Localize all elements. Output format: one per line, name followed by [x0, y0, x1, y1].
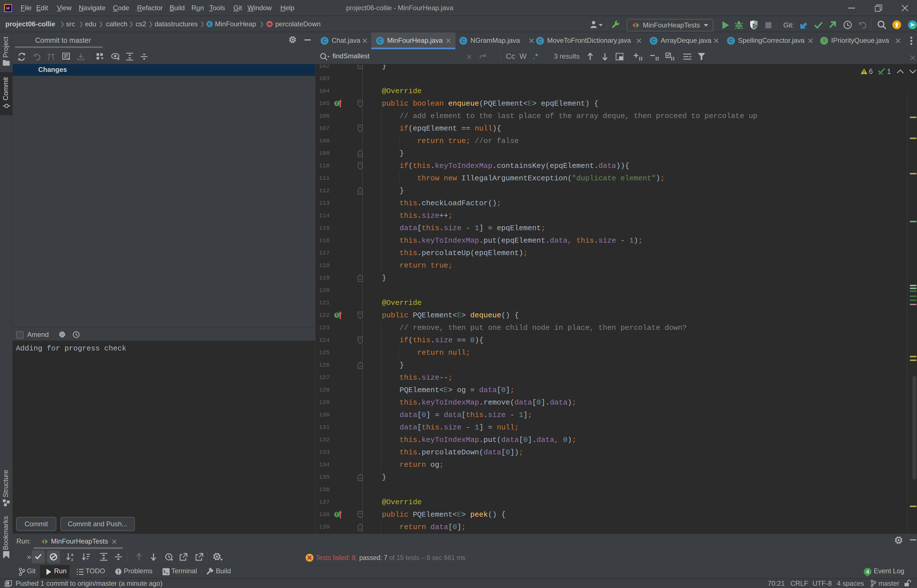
- svg-text:IJ: IJ: [6, 6, 10, 10]
